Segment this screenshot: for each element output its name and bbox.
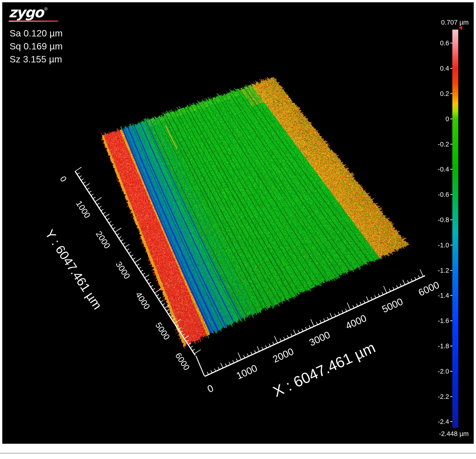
colorbar-tick-label: -2.0 — [420, 367, 449, 375]
colorbar-tick-label: -1.4 — [420, 292, 449, 299]
zygo-surface-report: zygo® Sa 0.120 µm Sq 0.169 µm Sz 3.155 µ… — [0, 0, 476, 459]
colorbar-tick-label: 0.6 — [420, 39, 449, 47]
colorbar-max-label: 0.707 µm — [429, 19, 469, 26]
colorbar-tick-mark — [450, 270, 452, 271]
registered-trademark-icon: ® — [44, 6, 48, 11]
colorbar-tick-label: 0 — [420, 115, 449, 123]
roughness-stats: Sa 0.120 µm Sq 0.169 µm Sz 3.155 µm — [9, 27, 63, 66]
surface-3d-plot-canvas — [0, 0, 476, 459]
colorbar-tick-label: -0.2 — [420, 140, 449, 148]
colorbar-tick-mark — [450, 421, 452, 422]
bottom-divider — [0, 453, 476, 454]
colorbar-tick-mark — [450, 295, 452, 296]
colorbar-tick-mark — [450, 118, 452, 119]
colorbar-tick-label: 0.2 — [420, 90, 449, 97]
colorbar-max-marker-icon — [459, 26, 462, 30]
colorbar-tick-label: 0.4 — [420, 65, 449, 72]
colorbar-tick-label: -1.2 — [420, 266, 449, 274]
colorbar-tick-mark — [450, 93, 452, 94]
colorbar-tick-mark — [450, 320, 452, 321]
colorbar-tick-mark — [450, 169, 452, 170]
colorbar-tick-mark — [450, 194, 452, 195]
colorbar-tick-label: -0.6 — [420, 191, 449, 198]
stat-sq: Sq 0.169 µm — [9, 40, 63, 53]
colorbar-tick-label: -0.4 — [420, 166, 449, 173]
stat-sz: Sz 3.155 µm — [9, 53, 63, 66]
colorbar-tick-label: -1.0 — [420, 241, 449, 249]
colorbar-tick-mark — [450, 345, 452, 346]
colorbar-gradient — [452, 30, 458, 428]
colorbar-tick-label: -2.2 — [420, 393, 449, 400]
colorbar-tick-label: -1.6 — [420, 317, 449, 325]
colorbar-tick-mark — [450, 68, 452, 69]
colorbar-tick-label: -2.4 — [420, 418, 449, 425]
colorbar-tick-label: -1.8 — [420, 342, 449, 350]
colorbar-tick-mark — [450, 371, 452, 371]
colorbar-tick-mark — [450, 396, 452, 397]
zygo-logo: zygo® — [9, 5, 58, 22]
stat-sa: Sa 0.120 µm — [9, 27, 63, 40]
colorbar-min-label: -2.448 µm — [427, 430, 469, 438]
colorbar-tick-mark — [450, 43, 452, 44]
colorbar-tick-mark — [450, 144, 452, 144]
colorbar-tick-mark — [450, 245, 452, 245]
colorbar-tick-label: -0.8 — [420, 216, 449, 223]
zygo-logo-text: zygo — [9, 4, 43, 21]
colorbar-tick-mark — [450, 219, 452, 220]
